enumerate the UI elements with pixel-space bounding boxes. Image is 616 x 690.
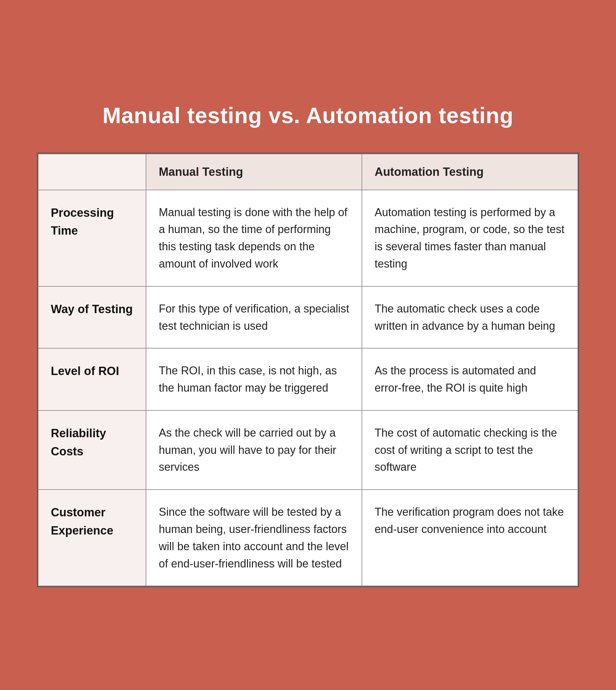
header-col3: Automation Testing <box>362 154 578 190</box>
page-title: Manual testing vs. Automation testing <box>103 103 513 128</box>
row-label: Level of ROI <box>38 348 146 410</box>
row-manual: As the check will be carried out by a hu… <box>146 410 362 490</box>
row-manual: For this type of verification, a special… <box>146 286 362 349</box>
header-col2: Manual Testing <box>146 154 362 190</box>
row-manual: The ROI, in this case, is not high, as t… <box>146 348 362 410</box>
row-automation: The automatic check uses a code written … <box>362 286 578 349</box>
header-col1 <box>38 154 146 190</box>
table-header-row: Manual Testing Automation Testing <box>38 154 578 190</box>
row-manual: Since the software will be tested by a h… <box>146 490 362 586</box>
comparison-table: Manual Testing Automation Testing Proces… <box>38 154 578 586</box>
row-label: Reliability Costs <box>38 410 146 490</box>
row-automation: As the process is automated and error-fr… <box>362 348 578 410</box>
row-label: Processing Time <box>38 190 146 286</box>
comparison-table-container: Manual Testing Automation Testing Proces… <box>37 153 579 587</box>
row-automation: The verification program does not take e… <box>362 490 578 586</box>
table-row: Way of TestingFor this type of verificat… <box>38 286 578 349</box>
row-label: Customer Experience <box>38 490 146 586</box>
row-automation: Automation testing is performed by a mac… <box>362 190 578 286</box>
row-automation: The cost of automatic checking is the co… <box>362 410 578 490</box>
row-label: Way of Testing <box>38 286 146 349</box>
row-manual: Manual testing is done with the help of … <box>146 190 362 286</box>
table-row: Reliability CostsAs the check will be ca… <box>38 410 578 490</box>
table-row: Level of ROIThe ROI, in this case, is no… <box>38 348 578 410</box>
table-row: Processing TimeManual testing is done wi… <box>38 190 578 286</box>
table-row: Customer ExperienceSince the software wi… <box>38 490 578 586</box>
